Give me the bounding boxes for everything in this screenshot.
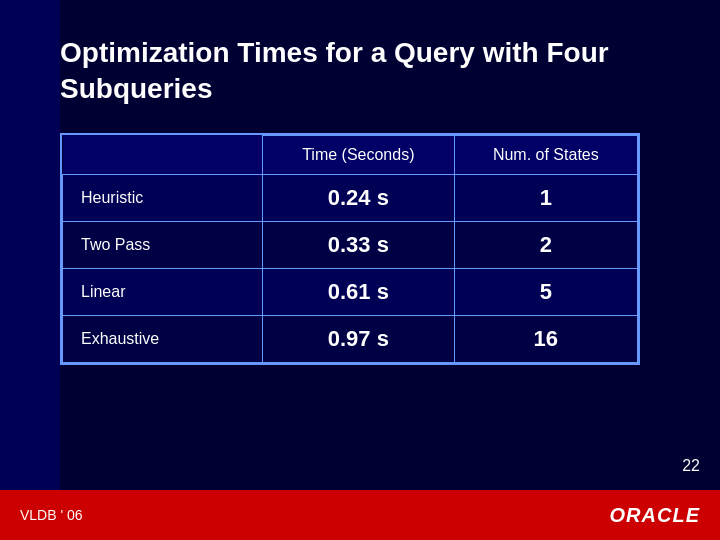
table-row: Linear 0.61 s 5 [63,268,638,315]
row-states-twopass: 2 [454,221,637,268]
row-label-heuristic: Heuristic [63,174,263,221]
table-row: Heuristic 0.24 s 1 [63,174,638,221]
slide: Optimization Times for a Query with Four… [0,0,720,540]
row-time-twopass: 0.33 s [263,221,455,268]
table-row: Exhaustive 0.97 s 16 [63,315,638,362]
table-header-states: Num. of States [454,135,637,174]
row-states-linear: 5 [454,268,637,315]
row-time-exhaustive: 0.97 s [263,315,455,362]
page-number: 22 [682,457,700,475]
main-content: Optimization Times for a Query with Four… [60,20,700,480]
table-header-row: Time (Seconds) Num. of States [63,135,638,174]
oracle-logo: ORACLE [610,504,700,527]
oracle-label: ORACLE [610,504,700,527]
row-states-exhaustive: 16 [454,315,637,362]
footer: VLDB ' 06 ORACLE [0,490,720,540]
footer-left-text: VLDB ' 06 [20,507,83,523]
row-label-twopass: Two Pass [63,221,263,268]
table-row: Two Pass 0.33 s 2 [63,221,638,268]
row-states-heuristic: 1 [454,174,637,221]
page-title: Optimization Times for a Query with Four… [60,35,700,108]
left-bar [0,0,60,500]
row-time-linear: 0.61 s [263,268,455,315]
table-header-time: Time (Seconds) [263,135,455,174]
table-body: Heuristic 0.24 s 1 Two Pass 0.33 s 2 Lin… [63,174,638,362]
data-table-container: Time (Seconds) Num. of States Heuristic … [60,133,640,365]
data-table: Time (Seconds) Num. of States Heuristic … [62,135,638,363]
row-time-heuristic: 0.24 s [263,174,455,221]
table-header-empty [63,135,263,174]
row-label-linear: Linear [63,268,263,315]
row-label-exhaustive: Exhaustive [63,315,263,362]
